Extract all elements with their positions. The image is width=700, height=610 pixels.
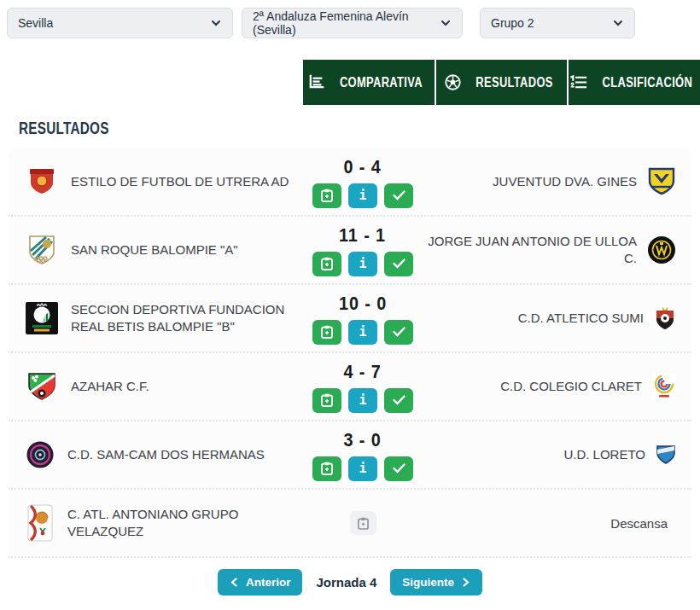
match-row: C.D. SAM-CAM DOS HERMANAS 3 - 0 i U.D. L… xyxy=(9,421,691,490)
home-team: AZAHAR C.F. xyxy=(9,370,303,403)
info-icon: i xyxy=(359,324,366,340)
team-crest-utrera-icon xyxy=(26,166,58,198)
check-icon xyxy=(393,190,405,200)
check-icon xyxy=(393,327,405,337)
match-row: SAN ROQUE BALOMPIE "A" 11 - 1 i JORGE JU… xyxy=(9,217,691,285)
previous-jornada-label: Anterior xyxy=(246,576,291,589)
match-score: 11 - 1 xyxy=(340,224,387,247)
results-list: ESTILO DE FUTBOL DE UTRERA AD 0 - 4 i JU… xyxy=(9,148,691,558)
away-team-name: C.D. COLEGIO CLARET xyxy=(500,378,642,395)
group-select[interactable]: Grupo 2 xyxy=(480,8,635,38)
check-icon xyxy=(393,395,405,405)
info-button[interactable]: i xyxy=(348,456,377,481)
report-button[interactable] xyxy=(312,320,341,345)
confirm-button[interactable] xyxy=(384,183,413,208)
check-icon xyxy=(393,259,405,269)
team-crest-gines-icon xyxy=(647,166,676,197)
info-icon: i xyxy=(359,392,366,408)
next-jornada-button[interactable]: Siguiente xyxy=(390,569,482,595)
away-team: Descansa xyxy=(423,516,691,531)
tab-resultados-label: RESULTADOS xyxy=(475,74,552,90)
tab-resultados[interactable]: RESULTADOS xyxy=(435,60,568,105)
away-team: JUVENTUD DVA. GINES xyxy=(423,166,691,197)
team-crest-loreto-icon xyxy=(656,444,676,465)
tab-clasificacion[interactable]: CLASIFICACIÓN xyxy=(567,60,700,105)
match-actions: i xyxy=(312,252,413,276)
chevron-down-icon xyxy=(612,17,624,29)
numbered-list-icon xyxy=(569,73,587,91)
competition-select-value: 2ª Andaluza Femenina Alevín (Sevilla) xyxy=(253,9,433,37)
report-button[interactable] xyxy=(312,183,341,208)
away-team: C.D. COLEGIO CLARET xyxy=(423,374,691,399)
current-jornada-label: Jornada 4 xyxy=(316,575,376,590)
confirm-button[interactable] xyxy=(384,456,413,481)
jornada-pagination: Anterior Jornada 4 Siguiente xyxy=(0,569,700,595)
match-row-rest: C. ATL. ANTONIANO GRUPO VELAZQUEZ Descan… xyxy=(9,490,691,558)
home-team: SECCION DEPORTIVA FUNDACION REAL BETIS B… xyxy=(9,301,303,336)
chevron-down-icon xyxy=(440,17,452,29)
info-icon: i xyxy=(359,188,366,203)
info-icon: i xyxy=(359,256,366,271)
soccer-ball-icon xyxy=(444,73,462,91)
bar-chart-icon xyxy=(307,73,325,91)
report-button[interactable] xyxy=(312,456,341,481)
away-team-name: C.D. ATLETICO SUMI xyxy=(518,310,644,327)
team-crest-antoniano-icon xyxy=(26,504,55,542)
team-crest-claret-icon xyxy=(652,374,676,399)
info-button[interactable]: i xyxy=(348,183,377,208)
match-row: AZAHAR C.F. 4 - 7 i C.D. COLEGIO CLARET xyxy=(9,353,691,421)
home-team-name: SAN ROQUE BALOMPIE "A" xyxy=(71,241,238,259)
check-icon xyxy=(393,463,405,473)
match-row: ESTILO DE FUTBOL DE UTRERA AD 0 - 4 i JU… xyxy=(9,148,691,217)
view-tabs: COMPARATIVA RESULTADOS CLASIFICACIÓN xyxy=(303,60,700,105)
match-row: SECCION DEPORTIVA FUNDACION REAL BETIS B… xyxy=(9,285,691,353)
confirm-button[interactable] xyxy=(384,252,413,276)
info-button[interactable]: i xyxy=(348,252,377,276)
group-select-value: Grupo 2 xyxy=(491,16,534,30)
team-crest-sumi-icon xyxy=(654,306,676,330)
score-cell: 11 - 1 i xyxy=(303,224,423,276)
tab-comparativa[interactable]: COMPARATIVA xyxy=(303,60,435,105)
home-team-name: ESTILO DE FUTBOL DE UTRERA AD xyxy=(71,173,289,190)
score-cell xyxy=(303,511,423,535)
tab-comparativa-label: COMPARATIVA xyxy=(340,74,423,90)
chevron-left-icon xyxy=(230,578,239,587)
rest-status-label: Descansa xyxy=(610,516,676,531)
home-team: ESTILO DE FUTBOL DE UTRERA AD xyxy=(9,166,303,198)
report-button[interactable] xyxy=(312,388,341,413)
next-jornada-label: Siguiente xyxy=(402,576,454,589)
away-team: C.D. ATLETICO SUMI xyxy=(423,306,691,330)
home-team-name: C.D. SAM-CAM DOS HERMANAS xyxy=(67,446,265,463)
home-team: SAN ROQUE BALOMPIE "A" xyxy=(9,234,303,266)
confirm-button[interactable] xyxy=(384,388,413,413)
team-crest-ulloa-icon xyxy=(647,235,676,264)
confirm-button[interactable] xyxy=(384,320,413,345)
info-icon: i xyxy=(359,461,366,476)
info-button[interactable]: i xyxy=(348,388,377,413)
report-button[interactable] xyxy=(312,252,341,276)
competition-select[interactable]: 2ª Andaluza Femenina Alevín (Sevilla) xyxy=(242,8,463,38)
match-actions: i xyxy=(312,388,413,413)
away-team: JORGE JUAN ANTONIO DE ULLOA C. xyxy=(423,233,691,268)
score-cell: 3 - 0 i xyxy=(303,429,423,481)
previous-jornada-button[interactable]: Anterior xyxy=(218,569,303,595)
team-crest-samcam-icon xyxy=(26,440,55,469)
match-score: 0 - 4 xyxy=(344,156,382,178)
info-button[interactable]: i xyxy=(348,320,377,345)
away-team-name: U.D. LORETO xyxy=(563,446,645,463)
team-crest-betis-icon xyxy=(26,302,58,334)
team-crest-azahar-icon xyxy=(26,370,58,403)
home-team: C. ATL. ANTONIANO GRUPO VELAZQUEZ xyxy=(9,504,303,542)
match-score: 3 - 0 xyxy=(344,429,382,451)
team-crest-sanroque-icon xyxy=(26,234,58,266)
home-team: C.D. SAM-CAM DOS HERMANAS xyxy=(9,440,303,469)
tab-clasificacion-label: CLASIFICACIÓN xyxy=(602,74,692,90)
report-button-disabled[interactable] xyxy=(350,511,376,535)
score-cell: 4 - 7 i xyxy=(303,361,423,413)
match-actions: i xyxy=(312,320,413,345)
away-team-name: JORGE JUAN ANTONIO DE ULLOA C. xyxy=(423,233,637,268)
territorial-select[interactable]: Sevilla xyxy=(7,8,233,38)
match-actions: i xyxy=(312,183,413,208)
away-team: U.D. LORETO xyxy=(423,444,691,465)
home-team-name: SECCION DEPORTIVA FUNDACION REAL BETIS B… xyxy=(71,301,300,336)
